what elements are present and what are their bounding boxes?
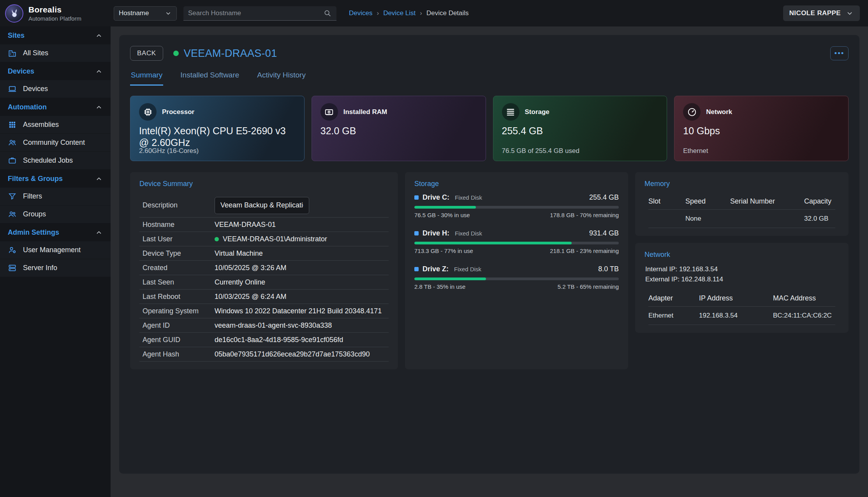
summary-row-created: Created 10/05/2025 @ 3:26 AM [139, 261, 389, 275]
sidebar-item-label: Server Info [23, 264, 57, 272]
breadcrumb-device-list[interactable]: Device List [383, 9, 416, 17]
network-adapter-table: Adapter IP Address MAC Address Ethernet … [644, 290, 839, 325]
stat-cards: Processor Intel(R) Xeon(R) CPU E5-2690 v… [130, 96, 849, 161]
summary-row-description: Description [139, 193, 389, 218]
sidebar-section-devices[interactable]: Devices [0, 62, 111, 80]
sidebar-item-label: User Management [23, 246, 81, 254]
stat-card-subtext: 76.5 GB of 255.4 GB used [502, 147, 579, 155]
sidebar-section-admin-settings[interactable]: Admin Settings [0, 223, 111, 241]
sidebar-section-filters-groups[interactable]: Filters & Groups [0, 170, 111, 188]
summary-row-hostname: Hostname VEEAM-DRAAS-01 [139, 218, 389, 232]
chevron-up-icon [95, 68, 103, 76]
chevron-down-icon [846, 9, 854, 17]
description-input[interactable] [215, 197, 309, 214]
installed-ram-card: Installed RAM 32.0 GB [312, 96, 486, 161]
topbar: Borealis Automation Platform Hostname De… [0, 0, 868, 26]
tab-activity-history[interactable]: Activity History [256, 71, 306, 86]
online-status-dot [215, 237, 219, 241]
brand-subtitle: Automation Platform [28, 15, 81, 22]
sidebar-item-label: Filters [23, 192, 42, 200]
sidebar-item-label: Scheduled Jobs [23, 156, 73, 165]
sidebar-section-automation[interactable]: Automation [0, 98, 111, 116]
sidebar-item-filters[interactable]: Filters [0, 188, 111, 205]
tab-summary[interactable]: Summary [130, 71, 163, 86]
online-status-dot [173, 51, 179, 56]
drive-row-c: Drive C: Fixed Disk 255.4 GB 76.5 GB - 3… [414, 193, 619, 218]
drive-remaining-text: 178.8 GB - 70% remaining [550, 212, 619, 218]
summary-row-operating-system: Operating System Windows 10 2022 Datacen… [139, 304, 389, 318]
more-options-button[interactable]: ••• [830, 46, 849, 60]
sidebar-item-user-management[interactable]: User Management [0, 241, 111, 259]
column-header: MAC Address [773, 290, 835, 307]
drive-used-text: 2.8 TB - 35% in use [414, 283, 465, 290]
summary-row-last-seen: Last Seen Currently Online [139, 275, 389, 290]
back-button[interactable]: BACK [130, 46, 163, 61]
memory-table: Slot Speed Serial Number Capacity None 3… [644, 193, 839, 228]
detail-panels: Device Summary Description Hostname VEEA… [130, 172, 849, 369]
chevron-up-icon [95, 104, 103, 111]
summary-row-agent-guid: Agent GUID de16c0c1-8aa2-4d18-9585-9ce91… [139, 333, 389, 347]
sidebar-item-all-sites[interactable]: All Sites [0, 44, 111, 62]
dropdown-value: Hostname [119, 9, 149, 17]
drive-icon [414, 267, 419, 271]
brand-name: Borealis [28, 5, 81, 14]
panel-title: Network [644, 251, 839, 259]
sidebar: Sites All Sites Devices Devices Automati… [0, 26, 111, 497]
right-column: Memory Slot Speed Serial Number Capacity… [635, 172, 849, 369]
column-header: Serial Number [730, 193, 804, 210]
device-summary-panel: Device Summary Description Hostname VEEA… [130, 172, 398, 369]
search-icon [323, 9, 332, 18]
device-title: VEEAM-DRAAS-01 [184, 47, 277, 60]
ellipsis-icon: ••• [835, 49, 845, 58]
sidebar-item-server-info[interactable]: Server Info [0, 259, 111, 277]
borealis-logo-icon [5, 4, 23, 23]
device-details-panel: BACK VEEAM-DRAAS-01 ••• Summary Installe… [119, 35, 859, 474]
sidebar-item-label: Groups [23, 210, 46, 218]
memory-slot [648, 210, 685, 228]
sidebar-item-label: Devices [23, 85, 48, 93]
filters-icon [8, 192, 17, 201]
devices-icon [8, 84, 17, 93]
column-header: Capacity [804, 193, 835, 210]
cpu-icon [139, 103, 157, 121]
scheduled-jobs-icon [8, 156, 17, 165]
stat-card-value: 255.4 GB [502, 125, 658, 137]
column-header: IP Address [699, 290, 773, 307]
sidebar-section-sites[interactable]: Sites [0, 26, 111, 44]
breadcrumb-separator: › [420, 9, 422, 17]
search-field-dropdown[interactable]: Hostname [114, 6, 177, 21]
chevron-up-icon [95, 32, 103, 40]
sidebar-item-scheduled-jobs[interactable]: Scheduled Jobs [0, 152, 111, 170]
breadcrumb-devices[interactable]: Devices [349, 9, 372, 17]
stat-card-label: Processor [162, 108, 194, 116]
tab-installed-software[interactable]: Installed Software [180, 71, 240, 86]
breadcrumb-device-details: Device Details [426, 9, 469, 17]
drive-used-text: 76.5 GB - 30% in use [414, 212, 470, 218]
stat-card-label: Network [706, 108, 732, 116]
adapter-ip: 192.168.3.54 [699, 307, 773, 325]
sidebar-item-groups[interactable]: Groups [0, 205, 111, 223]
search-input[interactable] [188, 9, 323, 17]
user-menu-button[interactable]: NICOLE RAPPE [783, 5, 860, 21]
drive-usage-bar [414, 242, 619, 244]
stat-card-label: Storage [525, 108, 549, 116]
all-sites-icon [8, 49, 17, 58]
adapter-mac: BC:24:11:CA:C6:2C [773, 307, 835, 325]
user-management-icon [8, 246, 17, 255]
device-tabs: Summary Installed Software Activity Hist… [130, 71, 849, 86]
drive-usage-bar [414, 206, 619, 209]
stat-card-label: Installed RAM [343, 108, 387, 116]
drive-row-h: Drive H: Fixed Disk 931.4 GB 713.3 GB - … [414, 229, 619, 254]
user-name: NICOLE RAPPE [789, 9, 841, 17]
sidebar-item-label: Assemblies [23, 121, 59, 129]
memory-speed: None [685, 210, 730, 228]
sidebar-item-devices[interactable]: Devices [0, 80, 111, 98]
memory-serial [730, 210, 804, 228]
summary-row-agent-id: Agent ID veeam-draas-01-agent-svc-8930a3… [139, 318, 389, 333]
sidebar-item-assemblies[interactable]: Assemblies [0, 116, 111, 134]
internal-ip: Internal IP: 192.168.3.54 [644, 264, 839, 274]
sidebar-item-community-content[interactable]: Community Content [0, 134, 111, 152]
server-info-icon [8, 263, 17, 272]
breadcrumb-separator: › [377, 9, 379, 17]
device-header: BACK VEEAM-DRAAS-01 ••• [130, 46, 849, 61]
